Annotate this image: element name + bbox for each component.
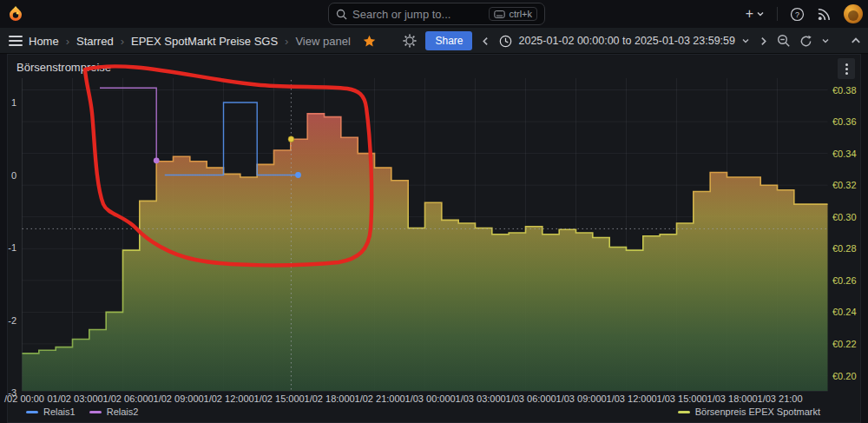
add-new-button[interactable]: + (746, 6, 765, 22)
rss-icon (817, 7, 832, 22)
favorite-star-icon[interactable] (363, 35, 376, 48)
svg-text:?: ? (795, 10, 799, 18)
breadcrumb-home[interactable]: Home (29, 35, 59, 48)
zoom-out-icon (777, 34, 791, 48)
breadcrumb: Home › Starred › EPEX SpotMarkt Preise S… (29, 28, 376, 54)
breadcrumb-dashboard[interactable]: EPEX SpotMarkt Preise SGS (131, 35, 278, 48)
time-range-picker[interactable]: 2025-01-02 00:00:00 to 2025-01-03 23:59:… (499, 35, 750, 48)
legend-item-boersenpreis[interactable]: Börsenpreis EPEX Spotmarkt (678, 406, 820, 417)
share-button[interactable]: Share (425, 31, 472, 50)
panel-menu-button[interactable] (838, 58, 855, 79)
shortcut-badge: ctrl+k (489, 7, 537, 21)
chevron-down-icon (756, 10, 765, 18)
panel-title[interactable]: Börsenstrompreise (16, 61, 111, 74)
chart-panel: Börsenstrompreise (7, 54, 861, 423)
zoom-out-button[interactable] (777, 34, 791, 48)
chart-legend: Relais1 Relais2 Börsenpreis EPEX Spotmar… (0, 406, 868, 420)
user-avatar[interactable] (844, 4, 863, 23)
time-range-text: 2025-01-02 00:00:00 to 2025-01-03 23:59:… (518, 35, 735, 47)
refresh-button[interactable] (799, 35, 812, 48)
legend-swatch (89, 411, 102, 413)
top-app-bar: Search or jump to... ctrl+k + ? (0, 0, 868, 28)
chevron-left-icon (481, 36, 490, 46)
breadcrumb-separator: › (66, 35, 69, 48)
legend-swatch (678, 411, 690, 413)
search-placeholder: Search or jump to... (352, 8, 483, 21)
menu-toggle-button[interactable] (9, 36, 23, 46)
divider (777, 7, 778, 21)
chevron-right-icon (759, 36, 768, 46)
breadcrumb-starred[interactable]: Starred (76, 35, 114, 48)
legend-item-relais2[interactable]: Relais2 (89, 406, 139, 417)
news-feed-button[interactable] (817, 7, 832, 22)
chevron-down-icon (741, 36, 750, 45)
chevron-down-icon (821, 36, 830, 45)
refresh-icon (799, 35, 812, 48)
breadcrumb-view-panel[interactable]: View panel (295, 35, 350, 48)
time-shift-back-button[interactable] (481, 36, 490, 46)
keyboard-icon (494, 10, 505, 18)
time-shift-forward-button[interactable] (759, 36, 768, 46)
breadcrumb-separator: › (285, 35, 288, 48)
panel-settings-button[interactable] (403, 34, 417, 48)
legend-swatch (26, 411, 38, 413)
toolbar: Home › Starred › EPEX SpotMarkt Preise S… (0, 28, 868, 54)
grafana-logo-icon[interactable] (7, 5, 24, 23)
search-input[interactable]: Search or jump to... ctrl+k (328, 3, 545, 25)
clock-icon (499, 35, 512, 48)
help-button[interactable]: ? (790, 7, 805, 22)
legend-item-relais1[interactable]: Relais1 (26, 406, 76, 417)
search-icon (336, 9, 347, 20)
question-icon: ? (790, 7, 805, 22)
collapse-toolbar-button[interactable] (851, 36, 861, 46)
refresh-interval-dropdown[interactable] (821, 36, 830, 45)
gear-icon (403, 34, 417, 48)
chevron-up-icon (851, 36, 861, 46)
plus-icon: + (746, 6, 753, 22)
breadcrumb-separator: › (121, 35, 124, 48)
